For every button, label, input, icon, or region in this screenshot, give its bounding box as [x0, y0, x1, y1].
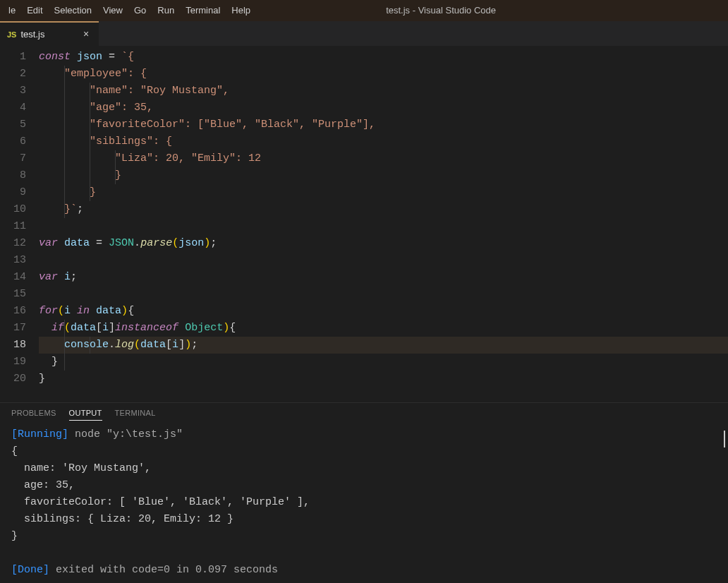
line-number: 19	[0, 354, 26, 371]
output-running-label: [Running]	[11, 428, 68, 440]
code-line[interactable]: "age": 35,	[39, 100, 728, 116]
code-line[interactable]: "name": "Roy Mustang",	[39, 83, 728, 100]
line-number: 17	[0, 320, 26, 337]
code-line[interactable]	[39, 218, 728, 235]
window-title: test.js - Visual Studio Code	[386, 0, 496, 21]
tab-label: test.js	[20, 29, 44, 40]
line-number: 5	[0, 116, 26, 133]
code-line[interactable]: "siblings": {	[39, 133, 728, 150]
tab-bar: JS test.js ×	[0, 21, 728, 46]
text-cursor-icon	[724, 431, 725, 447]
panel-tab-output[interactable]: OUTPUT	[69, 409, 102, 421]
code-line[interactable]: "favoriteColor": ["Blue", "Black", "Purp…	[39, 116, 728, 133]
line-number: 6	[0, 133, 26, 150]
line-number: 4	[0, 100, 26, 116]
code-line[interactable]: }	[39, 167, 728, 184]
line-number: 2	[0, 66, 26, 83]
panel-tab-terminal[interactable]: TERMINAL	[115, 409, 156, 421]
line-number: 15	[0, 286, 26, 303]
panel-tab-bar: PROBLEMSOUTPUTTERMINAL	[0, 403, 728, 425]
code-line[interactable]: const json = `{	[39, 49, 728, 66]
line-number: 12	[0, 235, 26, 252]
code-line[interactable]: var i;	[39, 269, 728, 286]
code-line[interactable]: for(i in data){	[39, 303, 728, 320]
line-number: 9	[0, 184, 26, 201]
code-editor[interactable]: 1234567891011121314151617181920 const js…	[0, 46, 728, 402]
menu-item-go[interactable]: Go	[128, 0, 152, 21]
line-number: 18	[0, 337, 26, 354]
tab-test-js[interactable]: JS test.js ×	[0, 21, 99, 46]
code-line[interactable]: }	[39, 354, 728, 371]
line-number: 14	[0, 269, 26, 286]
output-terminal[interactable]: [Running] node "y:\test.js" { name: 'Roy…	[0, 425, 728, 583]
line-number: 3	[0, 83, 26, 100]
menu-item-selection[interactable]: Selection	[49, 0, 97, 21]
line-number: 8	[0, 167, 26, 184]
close-icon[interactable]: ×	[80, 29, 92, 40]
line-number-gutter: 1234567891011121314151617181920	[0, 46, 39, 402]
panel-tab-problems[interactable]: PROBLEMS	[11, 409, 56, 421]
bottom-panel: PROBLEMSOUTPUTTERMINAL [Running] node "y…	[0, 402, 728, 583]
menu-item-run[interactable]: Run	[152, 0, 180, 21]
js-file-icon: JS	[7, 30, 16, 39]
line-number: 20	[0, 371, 26, 387]
output-done-label: [Done]	[11, 564, 49, 576]
menu-item-le[interactable]: le	[3, 0, 21, 21]
menu-item-view[interactable]: View	[97, 0, 128, 21]
code-line[interactable]: console.log(data[i]);	[39, 337, 728, 354]
menu-item-terminal[interactable]: Terminal	[180, 0, 226, 21]
line-number: 16	[0, 303, 26, 320]
line-number: 1	[0, 49, 26, 66]
line-number: 11	[0, 218, 26, 235]
code-line[interactable]	[39, 286, 728, 303]
code-line[interactable]: }`;	[39, 201, 728, 218]
code-line[interactable]: if(data[i]instanceof Object){	[39, 320, 728, 337]
code-line[interactable]: }	[39, 184, 728, 201]
code-area[interactable]: const json = `{ "employee": { "name": "R…	[39, 46, 728, 402]
code-line[interactable]: "Liza": 20, "Emily": 12	[39, 150, 728, 167]
code-line[interactable]: var data = JSON.parse(json);	[39, 235, 728, 252]
line-number: 7	[0, 150, 26, 167]
line-number: 13	[0, 252, 26, 269]
line-number: 10	[0, 201, 26, 218]
code-line[interactable]: "employee": {	[39, 66, 728, 83]
code-line[interactable]: }	[39, 371, 728, 387]
menu-bar: leEditSelectionViewGoRunTerminalHelp tes…	[0, 0, 728, 21]
code-line[interactable]	[39, 252, 728, 269]
menu-item-edit[interactable]: Edit	[21, 0, 48, 21]
menu-item-help[interactable]: Help	[226, 0, 256, 21]
